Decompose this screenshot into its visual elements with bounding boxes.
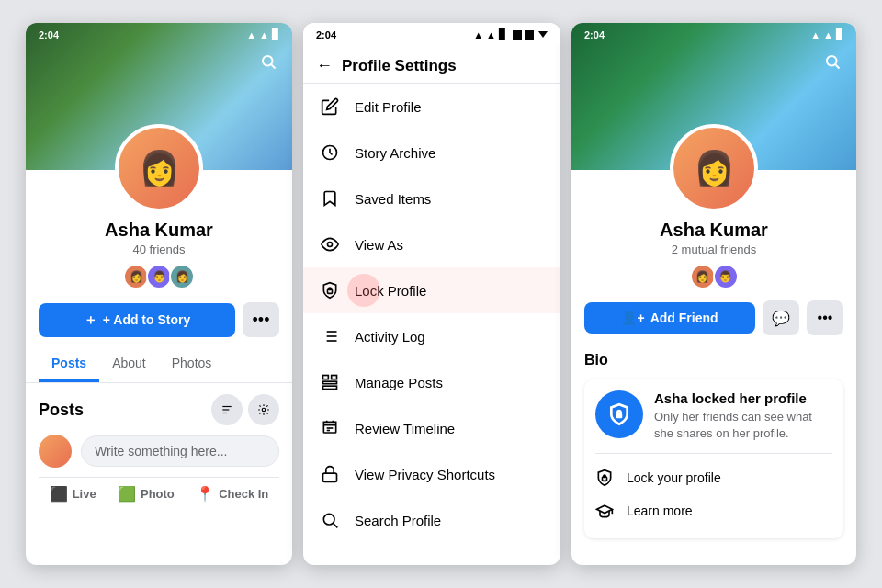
photo-icon: 🟩 xyxy=(118,485,136,503)
menu-item-privacy-shortcuts[interactable]: View Privacy Shortcuts xyxy=(303,451,560,497)
media-row: ⬛ Live 🟩 Photo 📍 Check In xyxy=(39,477,279,503)
menu-item-manage-posts[interactable]: Manage Posts xyxy=(303,359,560,405)
live-icon: ⬛ xyxy=(50,485,68,503)
tabs-row: Posts About Photos xyxy=(26,346,292,383)
battery-icon-2: ▊ xyxy=(499,28,506,40)
menu-item-view-as[interactable]: View As xyxy=(303,221,560,267)
menu-item-activity-log[interactable]: Activity Log xyxy=(303,313,560,359)
battery-icon: ▊ xyxy=(272,28,279,40)
friend-avatar-3: 👩 xyxy=(169,264,195,289)
action-row: ＋ + Add to Story ••• xyxy=(26,289,292,346)
status-icons-1: ▲ ▲ ▊ xyxy=(246,28,279,40)
photo-button[interactable]: 🟩 Photo xyxy=(118,485,175,503)
menu-item-review-timeline[interactable]: Review Timeline xyxy=(303,405,560,451)
svg-point-5 xyxy=(262,408,266,412)
svg-rect-17 xyxy=(332,376,337,379)
bio-label: Bio xyxy=(571,345,856,372)
more-button-3[interactable]: ••• xyxy=(807,300,843,335)
lock-card-text: Asha locked her profile Only her friends… xyxy=(654,390,832,442)
posts-title: Posts xyxy=(39,401,84,420)
avatar-icon-3: 👩 xyxy=(694,149,735,187)
dots-icon-3: ••• xyxy=(818,310,833,326)
friend-avatar-1: 👩 xyxy=(123,264,149,289)
lock-your-profile-label: Lock your profile xyxy=(627,470,721,485)
more-button[interactable]: ••• xyxy=(243,302,279,337)
lock-icon xyxy=(320,464,340,484)
status-bar-3: 2:04 ▲ ▲ ▊ xyxy=(571,23,856,44)
bookmark-icon xyxy=(320,188,340,209)
friends-avatars: 👩 👨 👩 xyxy=(123,264,195,289)
plus-icon: ＋ xyxy=(84,311,97,329)
lock-card: Asha locked her profile Only her friends… xyxy=(584,379,843,538)
list-icon xyxy=(320,326,340,346)
search-icon-cover[interactable] xyxy=(255,49,281,74)
privacy-shortcuts-label: View Privacy Shortcuts xyxy=(355,467,495,482)
filter-icon-btn[interactable] xyxy=(211,394,243,425)
avatar-3: 👩 xyxy=(670,124,758,212)
svg-rect-22 xyxy=(323,473,337,481)
phone-locked: 2:04 ▲ ▲ ▊ 👩 Asha Kumar 2 mutual friends… xyxy=(571,23,856,565)
activity-log-label: Activity Log xyxy=(355,329,425,345)
avatar-icon: 👩 xyxy=(139,149,180,187)
back-button[interactable]: ← xyxy=(316,56,333,75)
avatar: 👩 xyxy=(115,124,203,212)
settings-icon-btn[interactable] xyxy=(248,394,279,425)
lock-your-profile-option[interactable]: Lock your profile xyxy=(595,461,832,494)
manage-posts-label: Manage Posts xyxy=(355,375,443,390)
time-1: 2:04 xyxy=(39,29,59,40)
lock-card-header: Asha locked her profile Only her friends… xyxy=(595,390,832,442)
write-avatar xyxy=(39,435,72,468)
posts-header: Posts xyxy=(39,394,279,425)
signal-icon-3: ▲ xyxy=(823,29,833,40)
messenger-button[interactable]: 💬 xyxy=(763,300,799,335)
menu-title: Profile Settings xyxy=(342,57,548,75)
tab-posts[interactable]: Posts xyxy=(39,346,99,382)
tab-about[interactable]: About xyxy=(99,346,159,382)
search-icon-cover-3[interactable] xyxy=(820,49,845,74)
menu-item-lock-profile[interactable]: Lock Profile xyxy=(303,267,560,313)
svg-point-0 xyxy=(263,56,273,66)
checkin-icon: 📍 xyxy=(196,485,214,503)
menu-item-saved-items[interactable]: Saved Items xyxy=(303,175,560,221)
status-bar-1: 2:04 ▲ ▲ ▊ xyxy=(26,23,292,44)
checkin-button[interactable]: 📍 Check In xyxy=(196,485,268,503)
lock-shield-icon xyxy=(595,390,643,438)
wifi-icon: ▲ xyxy=(246,29,256,40)
menu-item-search-profile[interactable]: Search Profile xyxy=(303,497,560,543)
profile-section-3: 👩 Asha Kumar 2 mutual friends 👩 👨 👤+ Add… xyxy=(571,170,856,345)
svg-line-26 xyxy=(835,64,839,68)
add-friend-button[interactable]: 👤+ Add Friend xyxy=(584,302,755,334)
battery-icon-3: ▊ xyxy=(836,28,843,40)
signal-icon-2: ▲ xyxy=(486,29,496,40)
menu-header: ← Profile Settings xyxy=(303,47,560,84)
time-2: 2:04 xyxy=(316,29,336,40)
profile-sub-3: 2 mutual friends xyxy=(672,243,757,256)
lock-option-shield-icon xyxy=(595,469,616,487)
svg-rect-16 xyxy=(323,376,329,379)
tab-photos[interactable]: Photos xyxy=(159,346,225,382)
write-input[interactable]: Write something here... xyxy=(81,435,279,467)
profile-section: 👩 Asha Kumar 40 friends 👩 👨 👩 ＋ + Add to… xyxy=(26,170,292,346)
story-archive-label: Story Archive xyxy=(355,145,435,161)
search-icon-menu xyxy=(320,510,340,530)
lock-card-title: Asha locked her profile xyxy=(654,390,832,406)
learn-more-option[interactable]: Learn more xyxy=(595,494,832,527)
profile-friends: 40 friends xyxy=(132,243,185,256)
live-button[interactable]: ⬛ Live xyxy=(50,485,96,503)
svg-point-23 xyxy=(323,514,334,525)
messenger-icon: 💬 xyxy=(772,310,790,327)
avatar-wrapper: 👩 xyxy=(115,124,203,212)
svg-point-7 xyxy=(328,243,333,247)
menu-item-edit-profile[interactable]: Edit Profile xyxy=(303,84,560,130)
mutual-friend-2: 👨 xyxy=(713,264,739,289)
svg-point-9 xyxy=(329,288,332,290)
phone-profile: 2:04 ▲ ▲ ▊ 👩 Asha Kumar 40 friends 👩 👨 👩 xyxy=(26,23,292,565)
add-friend-label: Add Friend xyxy=(650,311,718,325)
add-story-button[interactable]: ＋ + Add to Story xyxy=(39,303,235,337)
menu-item-story-archive[interactable]: Story Archive xyxy=(303,130,560,175)
saved-items-label: Saved Items xyxy=(355,191,431,207)
p3-action-row: 👤+ Add Friend 💬 ••• xyxy=(571,289,856,345)
graduation-icon xyxy=(595,502,616,520)
view-as-label: View As xyxy=(355,237,403,253)
lock-card-divider xyxy=(595,453,832,454)
